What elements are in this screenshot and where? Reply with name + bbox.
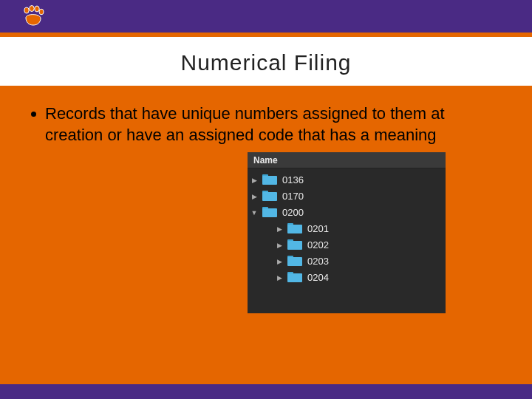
header-bar — [0, 0, 532, 33]
chevron-right-icon[interactable] — [276, 257, 283, 265]
chevron-right-icon[interactable] — [276, 241, 283, 249]
folder-icon — [287, 239, 302, 250]
paw-icon — [21, 5, 46, 27]
folder-label: 0136 — [282, 174, 304, 185]
folder-icon — [262, 174, 277, 185]
folder-icon — [287, 272, 302, 282]
chevron-right-icon[interactable] — [276, 225, 283, 233]
title-area: Numerical Filing — [0, 37, 532, 86]
folder-row[interactable]: 0204 — [248, 269, 446, 285]
folder-row[interactable]: 0201 — [248, 220, 446, 236]
chevron-right-icon[interactable] — [250, 176, 258, 184]
finder-column-header: Name — [248, 152, 446, 168]
folder-icon — [262, 191, 277, 201]
svg-point-0 — [24, 7, 29, 13]
bullet-item: Records that have unique numbers assigne… — [31, 103, 501, 146]
folder-icon — [287, 256, 302, 266]
folder-icon — [262, 207, 277, 217]
content-area: Records that have unique numbers assigne… — [0, 86, 532, 381]
bullet-text: Records that have unique numbers assigne… — [45, 103, 459, 146]
folder-row[interactable]: 0170 — [248, 188, 446, 204]
folder-label: 0204 — [307, 272, 329, 283]
paw-logo — [21, 5, 46, 27]
finder-panel: Name 0136 0170 0200 — [248, 152, 446, 313]
svg-point-1 — [30, 6, 34, 12]
slide: Numerical Filing Records that have uniqu… — [0, 0, 532, 399]
folder-label: 0200 — [282, 207, 304, 218]
chevron-right-icon[interactable] — [276, 273, 283, 282]
folder-row[interactable]: 0136 — [248, 171, 446, 188]
folder-label: 0170 — [282, 191, 304, 202]
folder-label: 0202 — [307, 239, 329, 250]
folder-tree: 0136 0170 0200 0201 — [248, 168, 446, 285]
folder-row[interactable]: 0202 — [248, 236, 446, 253]
folder-row[interactable]: 0200 — [248, 204, 446, 220]
folder-label: 0203 — [307, 256, 329, 267]
chevron-right-icon[interactable] — [250, 192, 258, 200]
svg-point-2 — [35, 6, 39, 12]
bullet-dot-icon — [31, 112, 36, 117]
svg-point-3 — [39, 9, 44, 15]
footer-bar — [0, 384, 532, 399]
folder-row[interactable]: 0203 — [248, 253, 446, 269]
chevron-down-icon[interactable] — [250, 208, 258, 216]
folder-label: 0201 — [307, 223, 329, 234]
folder-icon — [287, 223, 302, 233]
slide-title: Numerical Filing — [0, 50, 532, 75]
